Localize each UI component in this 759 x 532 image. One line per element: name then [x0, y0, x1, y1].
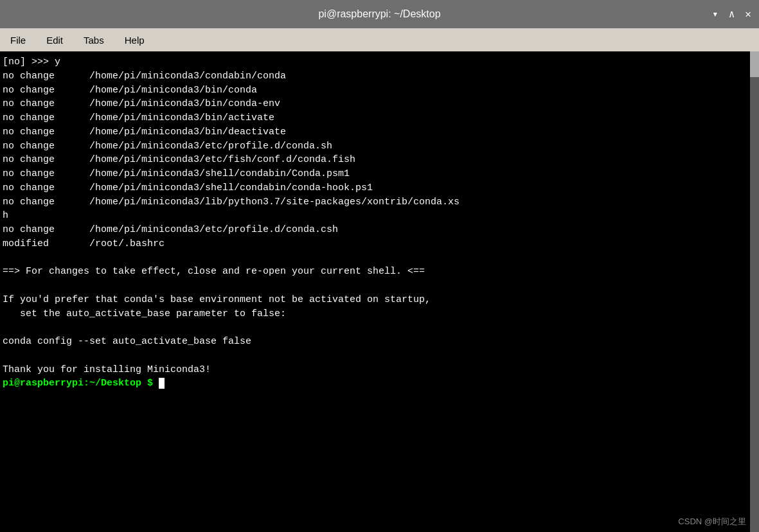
terminal-line-6: no change /home/pi/miniconda3/etc/profil…	[3, 139, 755, 154]
close-button[interactable]: ✕	[745, 8, 751, 21]
terminal-line-14	[3, 251, 755, 265]
menu-bar: File Edit Tabs Help	[0, 28, 759, 51]
terminal-line-7: no change /home/pi/miniconda3/etc/fish/c…	[3, 153, 755, 167]
terminal-line-2: no change /home/pi/miniconda3/bin/conda	[3, 84, 755, 98]
terminal-line-15: ==> For changes to take effect, close an…	[3, 265, 755, 279]
terminal-line-21	[3, 349, 755, 363]
terminal-line-13: modified /root/.bashrc	[3, 237, 755, 251]
scrollbar[interactable]	[750, 51, 759, 532]
terminal-line-16	[3, 279, 755, 293]
terminal-prompt: pi@raspberrypi:~/Desktop $	[3, 378, 153, 389]
menu-file[interactable]: File	[5, 32, 31, 48]
terminal-line-0: [no] >>> y	[3, 55, 755, 69]
terminal-line-11: h	[3, 209, 755, 223]
terminal-cursor	[159, 378, 165, 389]
terminal-line-3: no change /home/pi/miniconda3/bin/conda-…	[3, 97, 755, 111]
menu-edit[interactable]: Edit	[41, 32, 68, 48]
terminal-line-9: no change /home/pi/miniconda3/shell/cond…	[3, 181, 755, 195]
scrollbar-thumb[interactable]	[750, 51, 759, 77]
watermark: CSDN @时间之里	[678, 516, 746, 528]
window-controls: ▾ ∧ ✕	[712, 8, 751, 21]
maximize-button[interactable]: ∧	[729, 8, 735, 21]
title-bar: pi@raspberrypi: ~/Desktop ▾ ∧ ✕	[0, 0, 759, 28]
window-title: pi@raspberrypi: ~/Desktop	[318, 8, 440, 20]
minimize-button[interactable]: ▾	[712, 8, 719, 21]
terminal-line-5: no change /home/pi/miniconda3/bin/deacti…	[3, 125, 755, 139]
terminal-line-18: set the auto_activate_base parameter to …	[3, 307, 755, 321]
terminal-line-10: no change /home/pi/miniconda3/lib/python…	[3, 195, 755, 209]
terminal-line-12: no change /home/pi/miniconda3/etc/profil…	[3, 223, 755, 237]
terminal-line-22: Thank you for installing Miniconda3!	[3, 363, 755, 377]
menu-tabs[interactable]: Tabs	[78, 32, 109, 48]
terminal-line-20: conda config --set auto_activate_base fa…	[3, 335, 755, 349]
terminal-line-8: no change /home/pi/miniconda3/shell/cond…	[3, 167, 755, 181]
terminal-output: [no] >>> y no change /home/pi/miniconda3…	[3, 55, 755, 391]
terminal-line-17: If you'd prefer that conda's base enviro…	[3, 293, 755, 307]
terminal-prompt-line: pi@raspberrypi:~/Desktop $	[3, 377, 755, 391]
terminal-area[interactable]: [no] >>> y no change /home/pi/miniconda3…	[0, 51, 759, 532]
terminal-line-19	[3, 321, 755, 335]
terminal-line-4: no change /home/pi/miniconda3/bin/activa…	[3, 111, 755, 125]
terminal-line-1: no change /home/pi/miniconda3/condabin/c…	[3, 69, 755, 84]
menu-help[interactable]: Help	[120, 32, 150, 48]
